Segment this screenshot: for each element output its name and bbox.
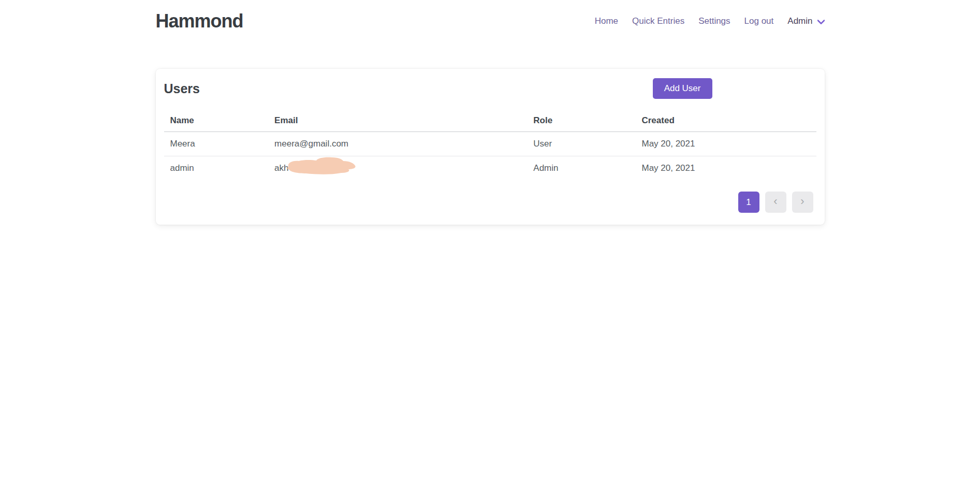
users-table-body: Meerameera@gmail.comUserMay 20, 2021admi… [164, 132, 816, 181]
pagination-next-button[interactable]: › [792, 192, 813, 213]
main-nav: HomeQuick EntriesSettingsLog out Admin [581, 16, 825, 26]
redaction-scribble [285, 156, 358, 175]
card-header-row: Users Add User [164, 78, 816, 101]
created-cell: May 20, 2021 [635, 132, 816, 156]
name-cell: Meera [164, 132, 269, 156]
pagination-page-1[interactable]: 1 [738, 192, 759, 213]
chevron-down-icon [817, 19, 825, 24]
nav-link-quick-entries[interactable]: Quick Entries [632, 16, 684, 26]
main-content: Users Add User NameEmailRoleCreated Meer… [0, 69, 980, 225]
brand-logo[interactable]: Hammond [156, 10, 243, 32]
pagination-prev-button[interactable]: ‹ [765, 192, 786, 213]
created-cell: May 20, 2021 [635, 156, 816, 181]
table-row: Meerameera@gmail.comUserMay 20, 2021 [164, 132, 816, 156]
users-card: Users Add User NameEmailRoleCreated Meer… [156, 69, 825, 225]
add-user-button[interactable]: Add User [653, 78, 712, 99]
name-cell: admin [164, 156, 269, 181]
user-menu-label: Admin [787, 16, 812, 26]
column-header-created: Created [635, 112, 816, 132]
column-header-name: Name [164, 112, 269, 132]
column-header-role: Role [527, 112, 635, 132]
column-header-email: Email [268, 112, 527, 132]
table-row: adminakhAdminMay 20, 2021 [164, 156, 816, 181]
user-menu[interactable]: Admin [787, 16, 824, 26]
email-cell: meera@gmail.com [268, 132, 527, 156]
page-title: Users [164, 81, 200, 96]
table-header-row: NameEmailRoleCreated [164, 112, 816, 132]
role-cell: Admin [527, 156, 635, 181]
email-cell: akh [268, 156, 527, 181]
users-table: NameEmailRoleCreated Meerameera@gmail.co… [164, 112, 816, 180]
nav-link-home[interactable]: Home [595, 16, 618, 26]
nav-link-settings[interactable]: Settings [698, 16, 730, 26]
navbar: Hammond HomeQuick EntriesSettingsLog out… [0, 0, 980, 42]
nav-link-log-out[interactable]: Log out [744, 16, 774, 26]
pagination: 1 ‹ › [164, 192, 816, 213]
chevron-left-icon: ‹ [773, 196, 777, 207]
chevron-right-icon: › [800, 196, 804, 207]
role-cell: User [527, 132, 635, 156]
